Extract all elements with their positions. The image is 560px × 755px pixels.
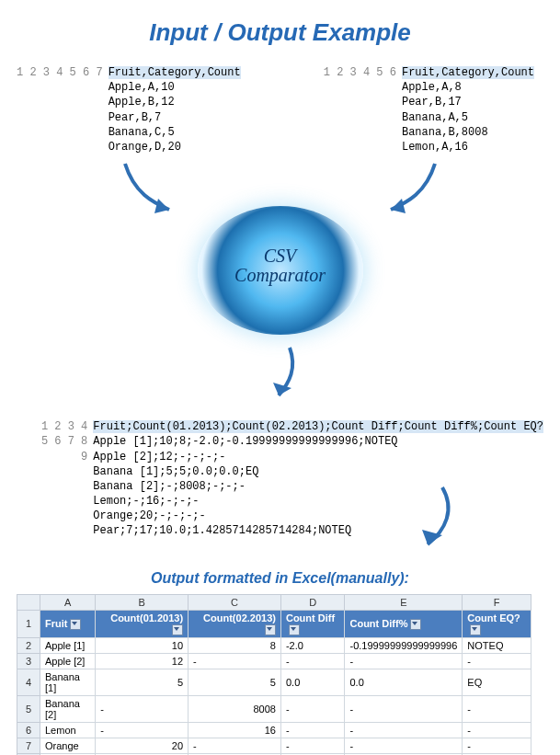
- code-lines: Fruit,Category,Count Apple,A,8 Pear,B,17…: [402, 65, 534, 154]
- col-A[interactable]: A: [40, 594, 96, 610]
- table-row: 5 Banana [2] - 8008 - - -: [17, 695, 531, 722]
- filter-icon[interactable]: [410, 619, 421, 630]
- line-numbers: 1 2 3 4 5 6 7: [17, 65, 109, 154]
- table-row: 6 Lemon - 16 - - -: [17, 722, 531, 738]
- col-E[interactable]: E: [345, 594, 463, 610]
- filter-icon[interactable]: [70, 619, 81, 630]
- column-headers: A B C D E F: [17, 594, 531, 610]
- input-left-csv: 1 2 3 4 5 6 7 Fruit,Category,Count Apple…: [17, 65, 241, 154]
- arrow-down-icon: [400, 482, 474, 555]
- line-numbers: 1 2 3 4 5 6 7 8 9: [29, 419, 93, 539]
- col-D[interactable]: D: [280, 594, 345, 610]
- csv-comparator-logo: CSVComparator: [198, 206, 363, 335]
- arrow-down-right-icon: [371, 156, 453, 221]
- arrow-down-icon: [253, 342, 308, 406]
- excel-output-table: A B C D E F 1 Fruit Count(01.2013) Count…: [17, 594, 531, 755]
- corner-cell: [17, 594, 40, 610]
- filter-icon[interactable]: [470, 624, 481, 635]
- subtitle: Output formatted in Excel(manually):: [17, 570, 543, 587]
- filter-icon[interactable]: [172, 624, 183, 635]
- arrow-down-left-icon: [107, 156, 189, 221]
- col-C[interactable]: C: [189, 594, 281, 610]
- filter-icon[interactable]: [289, 624, 300, 635]
- page-title: Input / Output Example: [17, 18, 543, 47]
- table-row: 3 Apple [2] 12 - - - -: [17, 653, 531, 669]
- code-lines: Fruit;Count(01.2013);Count(02.2013);Coun…: [93, 419, 543, 539]
- table-row: 2 Apple [1] 10 8 -2.0 -0.199999999999999…: [17, 637, 531, 653]
- line-numbers: 1 2 3 4 5 6: [324, 65, 402, 154]
- svg-marker-0: [154, 199, 169, 213]
- code-lines: Fruit,Category,Count Apple,A,10 Apple,B,…: [109, 65, 241, 154]
- table-row: 4 Banana [1] 5 5 0.0 0.0 EQ: [17, 669, 531, 695]
- col-F[interactable]: F: [463, 594, 531, 610]
- col-B[interactable]: B: [96, 594, 189, 610]
- table-row: 7 Orange 20 - - - -: [17, 738, 531, 753]
- svg-marker-1: [391, 199, 406, 213]
- filter-icon[interactable]: [265, 624, 276, 635]
- table-header-row: 1 Fruit Count(01.2013) Count(02.2013) Co…: [17, 610, 531, 637]
- input-right-csv: 1 2 3 4 5 6 Fruit,Category,Count Apple,A…: [324, 65, 534, 154]
